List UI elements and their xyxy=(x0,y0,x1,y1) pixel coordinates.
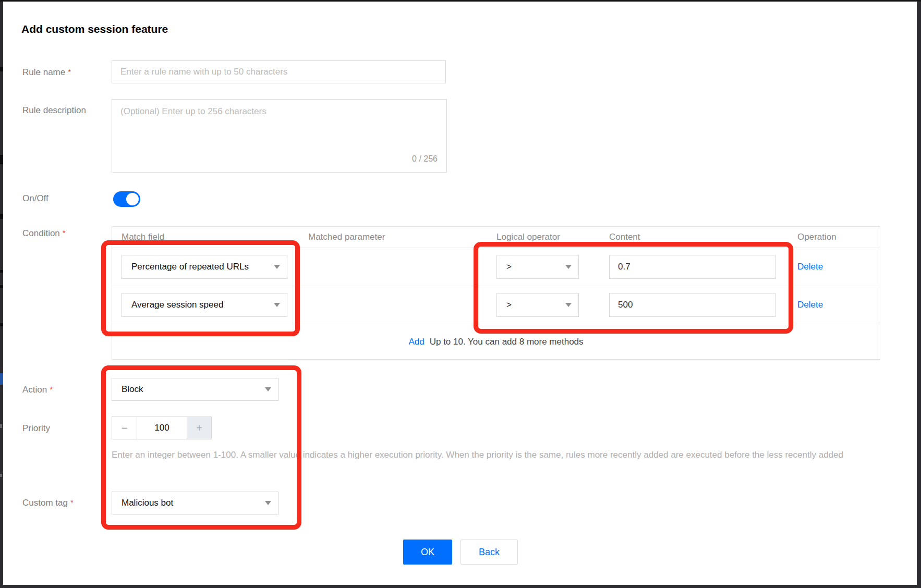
plus-icon: + xyxy=(196,422,202,434)
condition-table: Match field Matched parameter Logical op… xyxy=(112,226,880,360)
action-label: Action* xyxy=(22,385,53,395)
priority-hint: Enter an integer between 1-100. A smalle… xyxy=(112,447,883,462)
priority-label: Priority xyxy=(22,423,50,434)
priority-value[interactable]: 100 xyxy=(137,417,187,439)
condition-row: Average session speed > Delete xyxy=(112,286,880,324)
background-fragment xyxy=(0,214,3,219)
match-field-select[interactable]: Percentage of repeated URLs xyxy=(122,255,287,279)
custom-tag-select[interactable]: Malicious bot xyxy=(112,492,278,514)
minus-icon: − xyxy=(122,422,128,434)
background-fragment xyxy=(0,155,3,164)
condition-row: Percentage of repeated URLs > Delete xyxy=(112,248,880,286)
chevron-down-icon xyxy=(274,303,280,307)
background-fragment xyxy=(0,474,2,477)
required-asterisk: * xyxy=(63,228,66,237)
action-select[interactable]: Block xyxy=(112,378,278,401)
chevron-down-icon xyxy=(265,501,271,505)
background-fragment xyxy=(0,323,3,326)
char-counter: 0 / 256 xyxy=(320,154,438,164)
required-asterisk: * xyxy=(70,498,74,507)
custom-tag-label: Custom tag* xyxy=(22,498,74,508)
chevron-down-icon xyxy=(565,303,572,307)
logical-operator-select[interactable]: > xyxy=(496,255,579,279)
background-fragment xyxy=(0,285,3,288)
condition-table-header: Match field Matched parameter Logical op… xyxy=(112,227,880,248)
col-header-operation: Operation xyxy=(796,232,880,242)
logical-operator-select[interactable]: > xyxy=(496,293,579,317)
add-condition-hint: Up to 10. You can add 8 more methods xyxy=(430,337,584,347)
condition-add-row: Add Up to 10. You can add 8 more methods xyxy=(112,324,880,359)
background-fragment xyxy=(0,67,3,71)
condition-label: Condition* xyxy=(22,228,66,239)
col-header-content: Content xyxy=(609,232,796,242)
priority-stepper: − 100 + xyxy=(112,416,212,439)
on-off-toggle[interactable] xyxy=(113,191,140,207)
back-button[interactable]: Back xyxy=(461,540,518,565)
increment-button[interactable]: + xyxy=(187,417,211,439)
background-fragment xyxy=(0,424,2,428)
required-asterisk: * xyxy=(50,385,53,394)
rule-name-label: Rule name* xyxy=(22,67,71,78)
toggle-knob-icon xyxy=(126,193,139,205)
rule-description-label: Rule description xyxy=(22,105,86,116)
delete-row-link[interactable]: Delete xyxy=(797,300,823,310)
ok-button[interactable]: OK xyxy=(403,540,452,565)
background-fragment xyxy=(0,373,3,385)
decrement-button[interactable]: − xyxy=(112,417,137,439)
add-condition-link[interactable]: Add xyxy=(408,337,424,347)
on-off-label: On/Off xyxy=(22,193,49,204)
screenshot-root: Add custom session feature Rule name* Ru… xyxy=(0,0,921,588)
match-field-select[interactable]: Average session speed xyxy=(122,293,287,317)
col-header-match-field: Match field xyxy=(112,232,308,242)
delete-row-link[interactable]: Delete xyxy=(797,262,823,272)
chevron-down-icon xyxy=(265,387,271,391)
col-header-logical-operator: Logical operator xyxy=(496,232,609,242)
col-header-matched-parameter: Matched parameter xyxy=(308,232,496,242)
chevron-down-icon xyxy=(274,265,280,269)
required-asterisk: * xyxy=(68,67,71,76)
content-input[interactable] xyxy=(609,255,775,279)
background-fragment xyxy=(0,270,3,273)
rule-name-input[interactable] xyxy=(112,60,446,83)
page-title: Add custom session feature xyxy=(21,23,168,35)
chevron-down-icon xyxy=(565,265,572,269)
content-input[interactable] xyxy=(609,293,775,317)
window-top-edge xyxy=(0,0,921,2)
